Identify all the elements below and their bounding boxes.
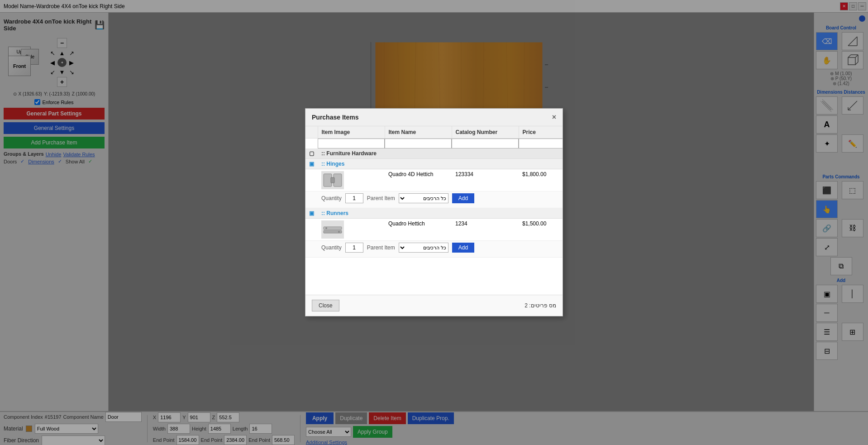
col-image-header: Item Image [318, 126, 385, 139]
image-search[interactable] [318, 139, 385, 148]
svg-rect-35 [324, 174, 332, 187]
runner-item-row: Quadro Hettich 1234 $1,500.00 100 200 30… [305, 218, 563, 240]
hinge-quantity-row: Quantity Parent Item כל הרכיבים Add [305, 191, 563, 208]
hinge-parent-label: Parent Item [367, 195, 395, 201]
catalog-search[interactable] [452, 139, 519, 148]
hinge-image [321, 171, 344, 189]
hinges-group-row: ▣ :: Hinges [305, 158, 563, 169]
runner-price: $1,500.00 [519, 218, 563, 240]
hinge-qty-input[interactable] [345, 193, 363, 203]
svg-point-40 [325, 227, 327, 229]
hinge-parent-select[interactable]: כל הרכיבים [399, 193, 448, 203]
svg-rect-36 [334, 174, 342, 187]
col-name-header: Item Name [385, 126, 452, 139]
runner-image-cell [318, 218, 385, 240]
modal-header: Purchase Items × [305, 109, 563, 126]
modal-close-button[interactable]: × [552, 113, 556, 121]
col-price-header: Price [519, 126, 563, 139]
expand-hinges-icon[interactable]: ▣ [305, 158, 318, 169]
svg-rect-37 [331, 177, 334, 183]
col-catalog-header: Catalog Number [452, 126, 519, 139]
modal-body: Item Image Item Name Catalog Number Pric… [305, 126, 563, 295]
runner-qty-input[interactable] [345, 243, 363, 253]
hinge-catalog: 123334 [452, 169, 519, 191]
hinge-item-row: Quadro 4D Hettich 123334 $1,800.00 100 2… [305, 169, 563, 191]
col-check-header [305, 126, 318, 139]
furniture-hardware-row: ▢ :: Furniture Hardware [305, 148, 563, 159]
hinge-name: Quadro 4D Hettich [385, 169, 452, 191]
items-table: Item Image Item Name Catalog Number Pric… [305, 126, 563, 258]
hinge-price: $1,800.00 [519, 169, 563, 191]
modal-close-footer-button[interactable]: Close [312, 300, 339, 311]
runner-parent-select[interactable]: כל הרכיבים [399, 243, 448, 253]
modal-footer: Close מס פריטים: 2 [305, 295, 563, 316]
hinge-add-button[interactable]: Add [452, 193, 474, 203]
hinge-qty-label: Quantity [321, 195, 342, 201]
modal-title: Purchase Items [312, 114, 359, 121]
hinge-image-cell [318, 169, 385, 191]
runners-group-row: ▣ :: Runners [305, 208, 563, 218]
expand-furniture-icon[interactable]: ▢ [305, 148, 318, 159]
expand-runners-icon[interactable]: ▣ [305, 208, 318, 218]
hinge-qty-controls: Quantity Parent Item כל הרכיבים Add [321, 193, 563, 203]
runner-qty-label: Quantity [321, 244, 342, 251]
name-search[interactable] [385, 139, 452, 148]
footer-count: מס פריטים: 2 [525, 302, 556, 309]
svg-point-41 [338, 231, 340, 233]
runner-parent-label: Parent Item [367, 244, 395, 251]
runner-add-button[interactable]: Add [452, 243, 474, 253]
runner-catalog: 1234 [452, 218, 519, 240]
price-search[interactable] [519, 139, 563, 148]
runner-name: Quadro Hettich [385, 218, 452, 240]
runners-label: :: Runners [318, 208, 563, 218]
purchase-items-modal: Purchase Items × Item Image Item Name Ca… [305, 108, 563, 316]
hinges-label: :: Hinges [318, 158, 563, 169]
runner-qty-controls: Quantity Parent Item כל הרכיבים Add [321, 243, 563, 253]
runner-image [321, 220, 344, 239]
runner-quantity-row: Quantity Parent Item כל הרכיבים Add [305, 240, 563, 257]
furniture-hardware-label: :: Furniture Hardware [318, 148, 563, 159]
